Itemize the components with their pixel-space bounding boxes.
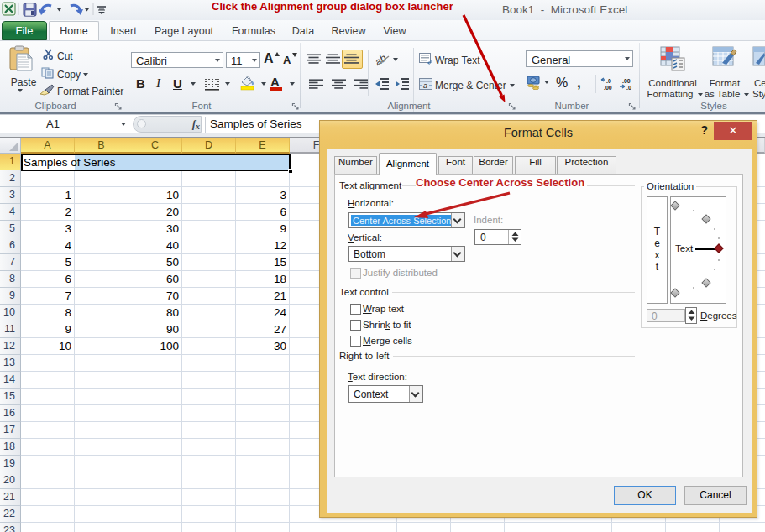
- svg-text:.00: .00: [622, 78, 631, 84]
- svg-text:.0: .0: [606, 78, 611, 84]
- svg-text:a: a: [423, 81, 427, 90]
- svg-text:.00: .00: [604, 85, 612, 90]
- svg-text:.0: .0: [626, 85, 631, 90]
